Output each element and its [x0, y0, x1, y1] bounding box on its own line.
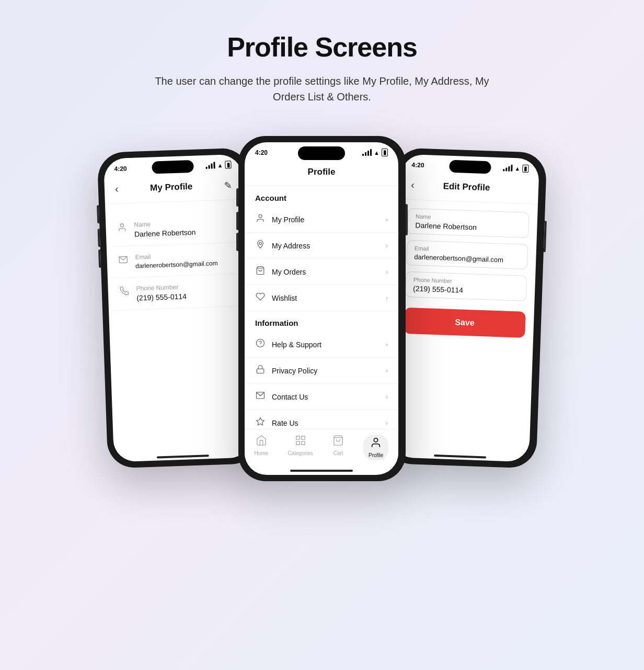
page-subtitle: The user can change the profile settings…	[139, 73, 505, 105]
wishlist-icon	[255, 292, 266, 304]
home-nav-label: Home	[255, 450, 269, 456]
page-title: Profile Screens	[139, 31, 505, 63]
menu-item-wishlist[interactable]: Wishlist ›	[245, 285, 398, 311]
dynamic-island-right	[449, 160, 491, 174]
help-text: Help & Support	[272, 340, 321, 349]
svg-rect-13	[301, 436, 304, 439]
privacy-text: Privacy Policy	[272, 367, 317, 375]
phone-field: Phone Number (219) 555-0114	[108, 274, 247, 311]
phone-input-group[interactable]: Phone Number (219) 555-0114	[405, 271, 527, 301]
information-section-label: Information	[245, 311, 398, 332]
email-input-value: darlenerobertson@gmail.com	[414, 253, 520, 264]
svg-rect-14	[296, 441, 299, 445]
nav-home[interactable]: Home	[255, 435, 269, 460]
email-label: Email	[135, 251, 217, 260]
email-field-info: Email darlenerobertson@gmail.com	[135, 251, 218, 269]
battery-icon-left: ▮	[225, 161, 232, 168]
cart-nav-icon	[332, 435, 344, 449]
nav-profile[interactable]: Profile	[363, 435, 388, 460]
signal-bars-middle	[362, 149, 372, 156]
account-section-label: Account	[245, 186, 398, 207]
bottom-nav: Home Categories	[245, 429, 398, 464]
my-profile-title: My Profile	[150, 181, 193, 193]
my-address-text: My Address	[272, 242, 310, 250]
phone-middle: 4:20 ▲ ▮ Profile	[238, 136, 406, 481]
contact-text: Contact Us	[272, 393, 308, 401]
phone-icon	[119, 286, 129, 299]
menu-item-my-address[interactable]: My Address ›	[245, 233, 398, 259]
home-indicator-right	[434, 455, 486, 458]
my-profile-text: My Profile	[272, 215, 304, 224]
back-button-left[interactable]: ‹	[115, 183, 119, 195]
categories-nav-icon	[295, 435, 306, 449]
back-button-right[interactable]: ‹	[411, 179, 415, 191]
svg-point-3	[259, 242, 262, 245]
wishlist-text: Wishlist	[272, 294, 297, 302]
email-value: darlenerobertson@gmail.com	[135, 259, 218, 269]
contact-chevron: ›	[386, 393, 388, 401]
dynamic-island-left	[152, 160, 194, 174]
phone-left: 4:20 ▲ ▮ ‹	[97, 147, 260, 469]
phone-right-screen: 4:20 ▲ ▮ ‹	[391, 154, 539, 462]
status-icons-middle: ▲ ▮	[362, 149, 388, 156]
name-label: Name	[134, 219, 196, 229]
privacy-icon	[255, 365, 266, 377]
status-icons-right: ▲ ▮	[503, 164, 528, 173]
page-header: Profile Screens The user can change the …	[139, 31, 505, 105]
name-field-info: Name Darlene Robertson	[134, 219, 196, 239]
edit-button-left[interactable]: ✎	[224, 179, 232, 191]
svg-point-5	[257, 339, 264, 347]
profile-menu-header: Profile	[245, 158, 398, 186]
wifi-icon-left: ▲	[217, 162, 223, 168]
my-orders-chevron: ›	[386, 268, 388, 276]
home-nav-icon	[256, 435, 267, 449]
status-icons-left: ▲ ▮	[205, 161, 231, 169]
name-input-group[interactable]: Name Darlene Robertson	[407, 208, 530, 238]
contact-icon	[255, 391, 266, 403]
wishlist-chevron: ›	[386, 294, 388, 302]
dynamic-island-middle	[298, 146, 345, 160]
menu-item-privacy[interactable]: Privacy Policy ›	[245, 358, 398, 384]
svg-point-0	[120, 224, 123, 227]
my-address-icon	[255, 240, 266, 252]
rate-text: Rate Us	[272, 419, 298, 427]
phone-field-info: Phone Number (219) 555-0114	[136, 283, 187, 302]
time-left: 4:20	[114, 165, 127, 173]
phone-right: 4:20 ▲ ▮ ‹	[385, 147, 547, 469]
svg-rect-12	[296, 436, 299, 439]
menu-item-rate[interactable]: Rate Us ›	[245, 410, 398, 429]
phone-input-value: (219) 555-0114	[413, 284, 519, 296]
phones-container: 4:20 ▲ ▮ ‹	[34, 136, 610, 481]
svg-point-17	[374, 438, 378, 442]
time-middle: 4:20	[255, 149, 268, 156]
my-profile-icon	[255, 213, 266, 225]
profile-menu-content: Account My Profile ›	[245, 186, 398, 429]
profile-nav-icon	[370, 437, 382, 451]
email-input-group[interactable]: Email darlenerobertson@gmail.com	[406, 240, 528, 269]
my-profile-chevron: ›	[386, 215, 388, 223]
svg-marker-9	[257, 418, 264, 425]
battery-icon-right: ▮	[522, 165, 529, 173]
svg-rect-7	[257, 369, 264, 373]
email-icon	[118, 255, 128, 267]
rate-icon	[255, 417, 266, 429]
wifi-icon-middle: ▲	[374, 150, 380, 156]
home-indicator-middle	[290, 470, 353, 472]
my-profile-header: ‹ My Profile ✎	[104, 171, 243, 205]
wifi-icon-right: ▲	[514, 165, 520, 172]
menu-item-contact[interactable]: Contact Us ›	[245, 384, 398, 410]
phone-label: Phone Number	[136, 283, 186, 292]
help-icon	[255, 338, 266, 350]
edit-profile-header: ‹ Edit Profile	[400, 170, 539, 204]
menu-item-my-orders[interactable]: My Orders ›	[245, 259, 398, 285]
menu-item-my-profile[interactable]: My Profile ›	[245, 207, 398, 233]
menu-item-help[interactable]: Help & Support ›	[245, 332, 398, 358]
person-icon	[117, 222, 127, 235]
nav-cart[interactable]: Cart	[332, 435, 344, 460]
my-orders-icon	[255, 266, 266, 278]
help-chevron: ›	[386, 340, 388, 348]
edit-profile-content: Name Darlene Robertson Email darlenerobe…	[392, 199, 538, 453]
nav-categories[interactable]: Categories	[288, 435, 313, 460]
save-button[interactable]: Save	[404, 308, 526, 338]
cart-nav-label: Cart	[333, 450, 343, 456]
